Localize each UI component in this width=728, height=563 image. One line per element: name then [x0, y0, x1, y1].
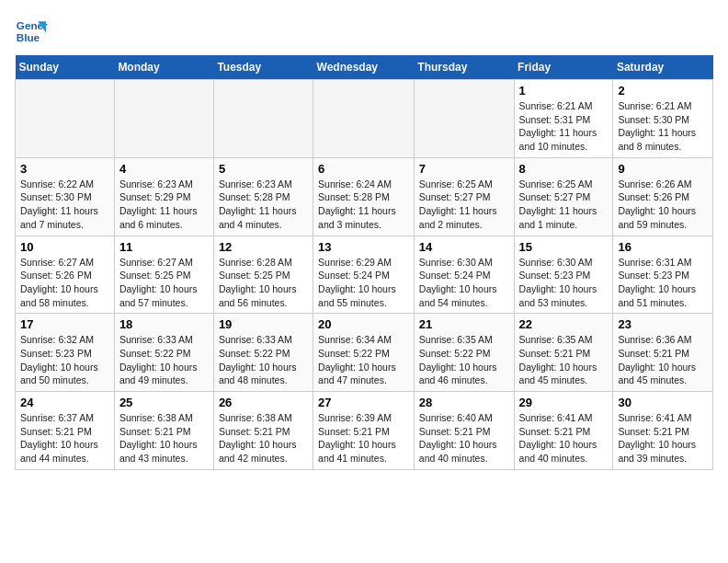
calendar-cell: 5Sunrise: 6:23 AM Sunset: 5:28 PM Daylig… [213, 157, 313, 236]
day-number: 14 [419, 240, 509, 254]
day-number: 27 [318, 396, 409, 409]
calendar-cell: 30Sunrise: 6:41 AM Sunset: 5:21 PM Dayli… [613, 392, 713, 470]
calendar-cell: 29Sunrise: 6:41 AM Sunset: 5:21 PM Dayli… [514, 392, 613, 470]
day-info: Sunrise: 6:30 AM Sunset: 5:24 PM Dayligh… [419, 256, 509, 310]
day-info: Sunrise: 6:33 AM Sunset: 5:22 PM Dayligh… [119, 333, 209, 387]
calendar-cell [414, 80, 514, 158]
day-number: 2 [618, 84, 708, 98]
day-info: Sunrise: 6:26 AM Sunset: 5:26 PM Dayligh… [618, 178, 708, 232]
day-info: Sunrise: 6:35 AM Sunset: 5:22 PM Dayligh… [419, 333, 509, 387]
day-info: Sunrise: 6:22 AM Sunset: 5:30 PM Dayligh… [20, 178, 109, 232]
day-number: 17 [20, 317, 109, 331]
calendar-cell: 1Sunrise: 6:21 AM Sunset: 5:31 PM Daylig… [514, 80, 613, 158]
day-info: Sunrise: 6:41 AM Sunset: 5:21 PM Dayligh… [618, 411, 708, 465]
day-number: 11 [119, 240, 209, 254]
day-number: 8 [519, 162, 609, 176]
day-number: 28 [419, 396, 509, 409]
calendar-cell: 9Sunrise: 6:26 AM Sunset: 5:26 PM Daylig… [613, 157, 713, 236]
day-number: 22 [519, 317, 609, 331]
day-info: Sunrise: 6:23 AM Sunset: 5:29 PM Dayligh… [119, 178, 209, 232]
day-number: 29 [519, 396, 609, 409]
day-info: Sunrise: 6:27 AM Sunset: 5:26 PM Dayligh… [20, 256, 109, 310]
day-info: Sunrise: 6:38 AM Sunset: 5:21 PM Dayligh… [219, 411, 308, 465]
day-number: 12 [219, 240, 308, 254]
day-number: 24 [20, 396, 109, 409]
weekday-header: Tuesday [213, 55, 313, 80]
calendar-cell: 19Sunrise: 6:33 AM Sunset: 5:22 PM Dayli… [213, 314, 313, 392]
calendar-week-row: 10Sunrise: 6:27 AM Sunset: 5:26 PM Dayli… [16, 236, 713, 314]
day-number: 4 [119, 162, 209, 176]
day-number: 6 [318, 162, 409, 176]
day-info: Sunrise: 6:40 AM Sunset: 5:21 PM Dayligh… [419, 411, 509, 465]
calendar-cell: 14Sunrise: 6:30 AM Sunset: 5:24 PM Dayli… [414, 236, 514, 314]
calendar-cell: 4Sunrise: 6:23 AM Sunset: 5:29 PM Daylig… [114, 157, 213, 236]
calendar-cell: 15Sunrise: 6:30 AM Sunset: 5:23 PM Dayli… [514, 236, 613, 314]
calendar-cell: 28Sunrise: 6:40 AM Sunset: 5:21 PM Dayli… [414, 392, 514, 470]
calendar-cell: 6Sunrise: 6:24 AM Sunset: 5:28 PM Daylig… [313, 157, 415, 236]
weekday-header: Monday [114, 55, 213, 80]
calendar-cell [114, 80, 213, 158]
page-header: General Blue [15, 15, 713, 48]
day-info: Sunrise: 6:21 AM Sunset: 5:30 PM Dayligh… [618, 99, 708, 154]
calendar-cell: 3Sunrise: 6:22 AM Sunset: 5:30 PM Daylig… [16, 157, 115, 236]
calendar-cell: 21Sunrise: 6:35 AM Sunset: 5:22 PM Dayli… [414, 314, 514, 392]
weekday-header: Saturday [613, 55, 713, 80]
logo-icon: General Blue [15, 15, 48, 48]
weekday-header: Thursday [414, 55, 514, 80]
calendar-cell: 8Sunrise: 6:25 AM Sunset: 5:27 PM Daylig… [514, 157, 613, 236]
calendar-week-row: 3Sunrise: 6:22 AM Sunset: 5:30 PM Daylig… [16, 157, 713, 236]
day-number: 23 [618, 317, 708, 331]
day-info: Sunrise: 6:41 AM Sunset: 5:21 PM Dayligh… [519, 411, 609, 465]
calendar-cell: 20Sunrise: 6:34 AM Sunset: 5:22 PM Dayli… [313, 314, 415, 392]
day-number: 9 [618, 162, 708, 176]
calendar-week-row: 17Sunrise: 6:32 AM Sunset: 5:23 PM Dayli… [16, 314, 713, 392]
calendar-cell [213, 80, 313, 158]
svg-text:Blue: Blue [17, 31, 40, 43]
day-info: Sunrise: 6:29 AM Sunset: 5:24 PM Dayligh… [318, 256, 409, 310]
day-number: 3 [20, 162, 109, 176]
day-info: Sunrise: 6:21 AM Sunset: 5:31 PM Dayligh… [519, 99, 609, 154]
calendar-cell: 23Sunrise: 6:36 AM Sunset: 5:21 PM Dayli… [613, 314, 713, 392]
day-info: Sunrise: 6:35 AM Sunset: 5:21 PM Dayligh… [519, 333, 609, 387]
day-number: 30 [618, 396, 708, 409]
calendar-cell: 13Sunrise: 6:29 AM Sunset: 5:24 PM Dayli… [313, 236, 415, 314]
day-number: 7 [419, 162, 509, 176]
day-number: 19 [219, 317, 308, 331]
calendar-cell [16, 80, 115, 158]
day-number: 25 [119, 396, 209, 409]
day-info: Sunrise: 6:25 AM Sunset: 5:27 PM Dayligh… [519, 178, 609, 232]
weekday-header: Sunday [16, 55, 115, 80]
calendar-cell: 16Sunrise: 6:31 AM Sunset: 5:23 PM Dayli… [613, 236, 713, 314]
calendar-cell: 12Sunrise: 6:28 AM Sunset: 5:25 PM Dayli… [213, 236, 313, 314]
calendar-cell: 18Sunrise: 6:33 AM Sunset: 5:22 PM Dayli… [114, 314, 213, 392]
calendar-cell: 24Sunrise: 6:37 AM Sunset: 5:21 PM Dayli… [16, 392, 115, 470]
day-number: 18 [119, 317, 209, 331]
day-number: 10 [20, 240, 109, 254]
day-info: Sunrise: 6:37 AM Sunset: 5:21 PM Dayligh… [20, 411, 109, 465]
day-number: 5 [219, 162, 308, 176]
day-info: Sunrise: 6:23 AM Sunset: 5:28 PM Dayligh… [219, 178, 308, 232]
day-number: 13 [318, 240, 409, 254]
weekday-header: Friday [514, 55, 613, 80]
calendar-cell: 17Sunrise: 6:32 AM Sunset: 5:23 PM Dayli… [16, 314, 115, 392]
day-info: Sunrise: 6:36 AM Sunset: 5:21 PM Dayligh… [618, 333, 708, 387]
calendar-week-row: 24Sunrise: 6:37 AM Sunset: 5:21 PM Dayli… [16, 392, 713, 470]
day-info: Sunrise: 6:30 AM Sunset: 5:23 PM Dayligh… [519, 256, 609, 310]
day-number: 20 [318, 317, 409, 331]
day-info: Sunrise: 6:28 AM Sunset: 5:25 PM Dayligh… [219, 256, 308, 310]
day-info: Sunrise: 6:33 AM Sunset: 5:22 PM Dayligh… [219, 333, 308, 387]
calendar-cell: 2Sunrise: 6:21 AM Sunset: 5:30 PM Daylig… [613, 80, 713, 158]
calendar-cell: 11Sunrise: 6:27 AM Sunset: 5:25 PM Dayli… [114, 236, 213, 314]
weekday-header: Wednesday [313, 55, 415, 80]
calendar-cell: 27Sunrise: 6:39 AM Sunset: 5:21 PM Dayli… [313, 392, 415, 470]
day-number: 16 [618, 240, 708, 254]
weekday-header-row: SundayMondayTuesdayWednesdayThursdayFrid… [16, 55, 713, 80]
day-number: 21 [419, 317, 509, 331]
day-info: Sunrise: 6:38 AM Sunset: 5:21 PM Dayligh… [119, 411, 209, 465]
calendar-table: SundayMondayTuesdayWednesdayThursdayFrid… [15, 55, 713, 470]
calendar-week-row: 1Sunrise: 6:21 AM Sunset: 5:31 PM Daylig… [16, 80, 713, 158]
day-info: Sunrise: 6:31 AM Sunset: 5:23 PM Dayligh… [618, 256, 708, 310]
day-info: Sunrise: 6:25 AM Sunset: 5:27 PM Dayligh… [419, 178, 509, 232]
calendar-cell: 25Sunrise: 6:38 AM Sunset: 5:21 PM Dayli… [114, 392, 213, 470]
calendar-cell: 26Sunrise: 6:38 AM Sunset: 5:21 PM Dayli… [213, 392, 313, 470]
